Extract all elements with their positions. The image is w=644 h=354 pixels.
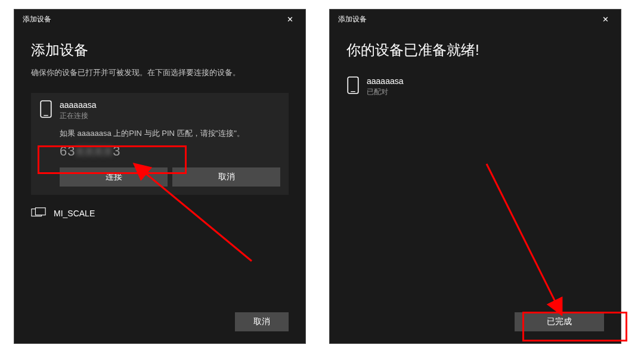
footer-cancel-button[interactable]: 取消 (235, 312, 289, 331)
device-name: aaaaaasa (60, 100, 97, 110)
pin-instruction: 如果 aaaaaasa 上的PIN 与此 PIN 匹配，请按"连接"。 (60, 128, 280, 139)
monitor-icon (31, 207, 47, 220)
titlebar-title: 添加设备 (23, 14, 279, 24)
close-icon: ✕ (287, 15, 293, 24)
svg-rect-0 (41, 101, 51, 117)
device-name: MI_SCALE (54, 209, 95, 218)
phone-icon (346, 76, 360, 94)
titlebar-title: 添加设备 (338, 14, 595, 24)
close-button[interactable]: ✕ (279, 10, 301, 29)
svg-rect-3 (35, 207, 45, 215)
device-status: 正在连接 (60, 111, 97, 121)
device-panel: aaaaaasa 正在连接 如果 aaaaaasa 上的PIN 与此 PIN 匹… (31, 93, 289, 195)
close-button[interactable]: ✕ (595, 10, 616, 29)
device-row: aaaaaasa 已配对 (346, 76, 604, 97)
done-button[interactable]: 已完成 (515, 312, 604, 331)
device-row[interactable]: MI_SCALE (31, 201, 289, 225)
phone-icon (39, 100, 52, 118)
pin-code: 63XXXX3 (60, 144, 280, 159)
titlebar: 添加设备 ✕ (330, 10, 621, 29)
device-name: aaaaaasa (367, 76, 404, 86)
titlebar: 添加设备 ✕ (14, 10, 305, 29)
connect-button[interactable]: 连接 (60, 167, 168, 187)
close-icon: ✕ (602, 15, 609, 24)
device-status: 已配对 (367, 87, 404, 97)
svg-rect-1 (44, 115, 48, 116)
cancel-button[interactable]: 取消 (172, 167, 280, 187)
svg-rect-4 (348, 77, 358, 94)
add-device-dialog-ready: 添加设备 ✕ 你的设备已准备就绪! aaaaaasa 已配对 已完成 (329, 9, 621, 344)
add-device-dialog-connecting: 添加设备 ✕ 添加设备 确保你的设备已打开并可被发现。在下面选择要连接的设备。 … (14, 9, 306, 344)
dialog-heading: 添加设备 (31, 41, 289, 60)
dialog-heading: 你的设备已准备就绪! (346, 41, 604, 60)
svg-rect-5 (351, 91, 355, 92)
dialog-subtext: 确保你的设备已打开并可被发现。在下面选择要连接的设备。 (31, 67, 289, 79)
